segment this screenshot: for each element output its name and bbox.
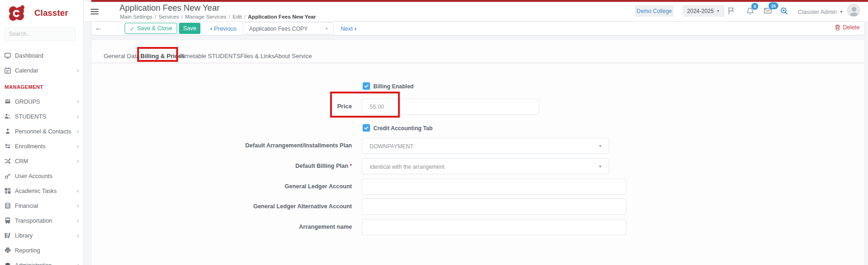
sidebar-item-students[interactable]: STUDENTS ‹ bbox=[0, 109, 84, 124]
sidebar-item-crm[interactable]: CRM ‹ bbox=[0, 154, 84, 169]
sidebar-item-personnel-contacts[interactable]: Personnel & Contacts ‹ bbox=[0, 124, 84, 139]
breadcrumb-item[interactable]: Edit bbox=[232, 14, 242, 20]
tab-files-links[interactable]: Files & Links bbox=[240, 53, 275, 60]
caret-down-icon: ▼ bbox=[598, 144, 602, 148]
shuffle-icon bbox=[4, 158, 11, 165]
price-input[interactable] bbox=[362, 99, 539, 115]
caret-down-icon: ▼ bbox=[598, 165, 602, 169]
transfer-arrows-icon bbox=[4, 143, 11, 150]
sidebar-item-transportation[interactable]: Transportation ‹ bbox=[0, 213, 84, 228]
back-arrow-icon[interactable]: ← bbox=[95, 24, 102, 32]
app-logo-text: Classter bbox=[34, 8, 68, 18]
tab-general-data[interactable]: General Data bbox=[104, 53, 139, 60]
tabs-divider bbox=[92, 63, 864, 63]
breadcrumb-item[interactable]: Services bbox=[159, 14, 179, 20]
sidebar-item-label: Transportation bbox=[15, 218, 52, 224]
chevron-left-icon: ‹ bbox=[77, 128, 79, 134]
sidebar-item-administration[interactable]: Administration ‹ bbox=[0, 258, 84, 265]
person-icon bbox=[4, 128, 11, 135]
save-close-label: Save & Close bbox=[137, 25, 172, 32]
general-ledger-input[interactable] bbox=[362, 179, 626, 195]
breadcrumb-item[interactable]: Manage Services bbox=[185, 14, 226, 20]
sidebar-item-label: STUDENTS bbox=[15, 113, 46, 120]
sidebar-item-label: Calendar bbox=[15, 67, 39, 74]
previous-button[interactable]: ‹ Previous bbox=[210, 25, 237, 32]
billing-enabled-checkbox[interactable] bbox=[363, 82, 370, 90]
caret-down-icon: ▼ bbox=[716, 9, 720, 13]
sidebar-item-library[interactable]: Library ‹ bbox=[0, 228, 84, 243]
books-icon bbox=[4, 232, 11, 239]
arrangement-name-input[interactable] bbox=[362, 219, 626, 235]
hamburger-menu-icon[interactable] bbox=[91, 9, 99, 10]
chevron-left-icon: ‹ bbox=[77, 158, 79, 164]
page-header: Application Fees New Year Main Settings/… bbox=[84, 1, 868, 21]
graduation-cap-icon bbox=[4, 262, 11, 265]
record-selector-dropdown[interactable]: Application Fees COPY ▼ bbox=[243, 22, 334, 34]
general-ledger-label: General Ledger Account bbox=[166, 183, 352, 190]
academic-period-selector[interactable]: 2024-2025 ▼ bbox=[682, 5, 724, 17]
chevron-left-icon: ‹ bbox=[77, 202, 79, 209]
institution-button[interactable]: Demo College bbox=[635, 5, 674, 17]
sidebar-item-academic-tasks[interactable]: Academic Tasks ‹ bbox=[0, 184, 84, 199]
messages-badge: 25 bbox=[769, 2, 778, 9]
billing-plan-select[interactable]: Identical with the arrangement ▼ bbox=[362, 158, 609, 174]
required-asterisk: * bbox=[350, 163, 352, 169]
search-input[interactable] bbox=[4, 27, 76, 41]
check-icon: ✓ bbox=[130, 25, 134, 32]
zoom-in-icon[interactable] bbox=[780, 7, 788, 17]
classter-logo-icon bbox=[7, 4, 26, 22]
chevron-left-icon: ‹ bbox=[77, 262, 79, 265]
next-button[interactable]: Next › bbox=[341, 25, 357, 32]
sidebar-item-reporting[interactable]: Reporting bbox=[0, 243, 84, 258]
main-area: Application Fees New Year Main Settings/… bbox=[84, 0, 868, 265]
arrangement-name-label: Arrangement name bbox=[166, 224, 352, 230]
chevron-left-icon: ‹ bbox=[77, 67, 79, 73]
flag-icon[interactable] bbox=[728, 7, 735, 17]
trash-icon bbox=[835, 24, 841, 31]
avatar[interactable] bbox=[847, 4, 860, 17]
sidebar-item-financial[interactable]: Financial ‹ bbox=[0, 199, 84, 213]
sidebar-item-label: Dashboard bbox=[15, 53, 43, 59]
grid-icon bbox=[4, 187, 11, 194]
check-icon bbox=[364, 83, 369, 89]
chevron-left-icon: ‹ bbox=[210, 25, 212, 32]
previous-label: Previous bbox=[214, 26, 237, 32]
sidebar-item-label: Academic Tasks bbox=[15, 188, 57, 194]
students-icon bbox=[4, 113, 11, 120]
delete-button[interactable]: Delete bbox=[835, 24, 860, 31]
arrangement-plan-select[interactable]: DOWNPAYMENT ▼ bbox=[362, 138, 609, 154]
sidebar-item-groups[interactable]: GROUPS ‹ bbox=[0, 94, 84, 109]
chevron-left-icon: ‹ bbox=[77, 98, 79, 105]
credit-accounting-checkbox[interactable] bbox=[363, 124, 370, 132]
toolbar bbox=[91, 21, 865, 35]
printer-icon bbox=[4, 247, 11, 254]
sidebar-item-dashboard[interactable]: Dashboard bbox=[0, 48, 84, 63]
chevron-left-icon: ‹ bbox=[77, 113, 79, 119]
calendar-icon bbox=[4, 67, 11, 74]
chevron-left-icon: ‹ bbox=[77, 217, 79, 224]
sidebar-item-enrollments[interactable]: Enrollments ‹ bbox=[0, 139, 84, 154]
tab-students[interactable]: STUDENTS bbox=[208, 53, 240, 60]
breadcrumb: Main Settings/Services/Manage Services/E… bbox=[120, 14, 316, 20]
sidebar-item-calendar[interactable]: Calendar ‹ bbox=[0, 63, 84, 78]
sidebar-item-label: User Accounts bbox=[15, 173, 53, 179]
tab-billing-prices[interactable]: Billing & Prices bbox=[140, 53, 185, 60]
sidebar-section-management: MANAGEMENT bbox=[5, 84, 43, 90]
next-label: Next bbox=[341, 26, 353, 32]
sidebar-item-user-accounts[interactable]: User Accounts bbox=[0, 169, 84, 184]
tab-timetable[interactable]: Timetable bbox=[180, 53, 206, 60]
billing-plan-value: Identical with the arrangement bbox=[370, 164, 444, 170]
sidebar-item-label: CRM bbox=[15, 158, 28, 165]
save-button[interactable]: Save bbox=[179, 23, 200, 34]
top-accent-line bbox=[91, 0, 868, 2]
breadcrumb-item[interactable]: Main Settings bbox=[120, 14, 152, 20]
chevron-left-icon: ‹ bbox=[77, 143, 79, 149]
user-menu[interactable]: Classter Admin▼ bbox=[798, 9, 843, 15]
caret-down-icon: ▼ bbox=[840, 10, 843, 13]
sidebar-item-label: Library bbox=[15, 232, 33, 239]
tab-about-service[interactable]: About Service bbox=[274, 53, 312, 60]
app-logo[interactable]: Classter bbox=[7, 4, 82, 22]
save-and-close-button[interactable]: ✓ Save & Close bbox=[125, 23, 177, 34]
general-ledger-alt-input[interactable] bbox=[362, 199, 626, 215]
sidebar-item-label: Financial bbox=[15, 203, 38, 209]
